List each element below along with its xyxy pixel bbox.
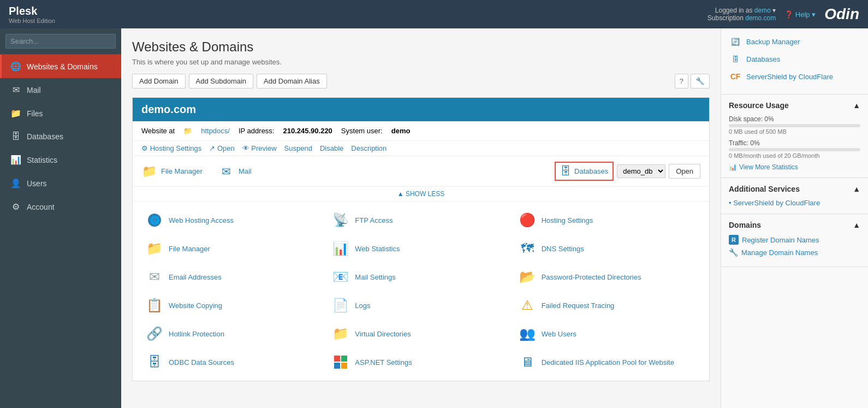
service-logs[interactable]: 📄 Logs bbox=[328, 291, 514, 320]
domains-title: Domains bbox=[729, 221, 761, 229]
service-virtual-directories[interactable]: 📁 Virtual Directories bbox=[328, 320, 514, 348]
domain-name: demo.com bbox=[141, 103, 196, 115]
service-hotlink-protection-label: Hotlink Protection bbox=[169, 330, 224, 338]
file-manager-quick[interactable]: 📁 File Manager bbox=[141, 164, 203, 179]
settings-icon-button[interactable]: 🔧 bbox=[691, 74, 710, 88]
view-more-statistics-link[interactable]: 📊 View More Statistics bbox=[729, 163, 860, 171]
service-password-protected-dirs[interactable]: 📂 Password-Protected Directories bbox=[514, 263, 700, 291]
backup-manager-link[interactable]: 🔄 Backup Manager bbox=[729, 35, 860, 48]
additional-services-collapse-icon[interactable]: ▲ bbox=[853, 185, 860, 193]
services-grid: 🌐 Web Hosting Access 📡 FTP Access 🔴 Host… bbox=[133, 202, 709, 381]
sidebar-item-users[interactable]: 👤 Users bbox=[0, 172, 121, 195]
sidebar-item-users-label: Users bbox=[27, 179, 47, 188]
rp-servershield-link[interactable]: CF ServerShield by CloudFlare bbox=[729, 70, 860, 83]
service-email-addresses[interactable]: ✉ Email Addresses bbox=[141, 263, 328, 291]
sidebar-item-statistics[interactable]: 📊 Statistics bbox=[0, 148, 121, 172]
databases-quick-highlighted[interactable]: 🗄 Databases bbox=[555, 162, 614, 181]
service-file-manager[interactable]: 📁 File Manager bbox=[141, 234, 328, 263]
mail-quick[interactable]: ✉ Mail bbox=[219, 164, 252, 179]
rp-databases-link[interactable]: 🗄 Databases bbox=[729, 52, 860, 66]
help-button[interactable]: ❓ Help ▾ bbox=[784, 10, 816, 19]
topbar: Plesk Web Host Edition Logged in as demo… bbox=[0, 0, 868, 28]
service-ftp-access-label: FTP Access bbox=[355, 216, 393, 224]
manage-domain-link[interactable]: 🔧 Manage Domain Names bbox=[729, 248, 860, 257]
domains-section: Domains ▲ R Register Domain Names 🔧 Mana… bbox=[721, 214, 868, 267]
main-content: Websites & Domains This is where you set… bbox=[121, 28, 721, 408]
service-web-users[interactable]: 👥 Web Users bbox=[514, 320, 700, 348]
service-dedicated-iis-pool[interactable]: 🖥 Dedicated IIS Application Pool for Web… bbox=[514, 348, 700, 376]
odin-logo: Odin bbox=[824, 5, 859, 23]
add-domain-button[interactable]: Add Domain bbox=[132, 74, 186, 88]
db-open-button[interactable]: Open bbox=[669, 164, 700, 179]
add-subdomain-button[interactable]: Add Subdomain bbox=[189, 74, 254, 88]
system-user-label: System user: bbox=[341, 127, 383, 135]
service-mail-settings[interactable]: 📧 Mail Settings bbox=[328, 263, 514, 291]
resource-usage-collapse-icon[interactable]: ▲ bbox=[853, 101, 860, 110]
additional-services-section: Additional Services ▲ ServerShield by Cl… bbox=[721, 178, 868, 214]
service-aspnet-settings[interactable]: ASP.NET Settings bbox=[328, 348, 514, 376]
service-web-statistics[interactable]: 📊 Web Statistics bbox=[328, 234, 514, 263]
disk-space-bar bbox=[729, 124, 860, 127]
search-input[interactable] bbox=[5, 34, 116, 49]
sidebar-item-files[interactable]: 📁 Files bbox=[0, 102, 121, 125]
db-selector[interactable]: demo_db bbox=[617, 164, 665, 178]
service-file-manager-icon: 📁 bbox=[146, 240, 163, 257]
service-website-copying[interactable]: 📋 Website Copying bbox=[141, 291, 328, 320]
sidebar-item-mail[interactable]: ✉ Mail bbox=[0, 78, 121, 102]
service-aspnet-settings-label: ASP.NET Settings bbox=[355, 358, 412, 366]
domain-info: Website at 📁 httpdocs/ IP address: 210.2… bbox=[133, 121, 709, 141]
databases-quick-group: 🗄 Databases demo_db Open bbox=[555, 162, 700, 181]
service-web-hosting-access[interactable]: 🌐 Web Hosting Access bbox=[141, 206, 328, 234]
service-dns-settings-label: DNS Settings bbox=[542, 245, 584, 253]
servershield-additional-link[interactable]: ServerShield by CloudFlare bbox=[729, 199, 860, 207]
description-link[interactable]: Description bbox=[351, 144, 387, 152]
disk-space-label: Disk space: 0% bbox=[729, 115, 860, 123]
domains-collapse-icon[interactable]: ▲ bbox=[853, 221, 860, 229]
service-dns-settings[interactable]: 🗺 DNS Settings bbox=[514, 234, 700, 263]
username-link[interactable]: demo bbox=[754, 7, 771, 14]
register-domain-icon: R bbox=[729, 235, 739, 245]
traffic-bar bbox=[729, 148, 860, 151]
traffic-label: Traffic: 0% bbox=[729, 139, 860, 147]
service-file-manager-label: File Manager bbox=[169, 245, 210, 253]
open-link[interactable]: ↗ Open bbox=[209, 144, 234, 152]
service-hosting-settings[interactable]: 🔴 Hosting Settings bbox=[514, 206, 700, 234]
svg-rect-3 bbox=[341, 356, 347, 362]
httpdocs-link[interactable]: httpdocs/ bbox=[201, 127, 230, 135]
service-virtual-directories-label: Virtual Directories bbox=[355, 330, 411, 338]
service-hotlink-protection[interactable]: 🔗 Hotlink Protection bbox=[141, 320, 328, 348]
service-ftp-access[interactable]: 📡 FTP Access bbox=[328, 206, 514, 234]
domain-actions: ⚙ Hosting Settings ↗ Open 👁 Preview Susp… bbox=[133, 141, 709, 156]
preview-link[interactable]: 👁 Preview bbox=[242, 144, 277, 152]
aspnet-settings-icon bbox=[332, 353, 349, 371]
sidebar-item-account[interactable]: ⚙ Account bbox=[0, 195, 121, 218]
web-statistics-icon: 📊 bbox=[332, 240, 349, 257]
page-title: Websites & Domains bbox=[132, 39, 710, 55]
service-web-statistics-label: Web Statistics bbox=[355, 245, 400, 253]
domains-section-header: Domains ▲ bbox=[729, 221, 860, 229]
add-domain-alias-button[interactable]: Add Domain Alias bbox=[257, 74, 327, 88]
system-user: demo bbox=[391, 127, 411, 135]
sidebar-item-websites-domains[interactable]: 🌐 Websites & Domains bbox=[0, 55, 121, 78]
topbar-right: Logged in as demo ▾ Subscription demo.co… bbox=[708, 5, 859, 23]
disable-link[interactable]: Disable bbox=[320, 144, 343, 152]
sidebar-item-databases[interactable]: 🗄 Databases bbox=[0, 125, 121, 148]
hosting-settings-link[interactable]: ⚙ Hosting Settings bbox=[141, 144, 201, 152]
subscription-domain-link[interactable]: demo.com bbox=[745, 14, 776, 22]
service-logs-label: Logs bbox=[355, 301, 370, 310]
web-users-icon: 👥 bbox=[519, 325, 536, 342]
ip-label: IP address: bbox=[239, 127, 275, 135]
databases-db-icon: 🗄 bbox=[560, 165, 571, 178]
service-failed-request-tracing[interactable]: ⚠ Failed Request Tracing bbox=[514, 291, 700, 320]
show-less-toggle[interactable]: ▲ SHOW LESS bbox=[133, 187, 709, 202]
mail-settings-icon: 📧 bbox=[332, 268, 349, 286]
sidebar-item-databases-label: Databases bbox=[27, 132, 63, 141]
service-mail-settings-label: Mail Settings bbox=[355, 273, 395, 281]
suspend-link[interactable]: Suspend bbox=[284, 144, 312, 152]
databases-icon: 🗄 bbox=[10, 132, 21, 141]
view-more-label: View More Statistics bbox=[739, 163, 798, 171]
register-domain-link[interactable]: R Register Domain Names bbox=[729, 235, 860, 245]
service-odbc-data-sources[interactable]: 🗄 ODBC Data Sources bbox=[141, 348, 328, 376]
register-domain-label: Register Domain Names bbox=[742, 236, 819, 244]
help-icon-button[interactable]: ? bbox=[675, 74, 688, 88]
